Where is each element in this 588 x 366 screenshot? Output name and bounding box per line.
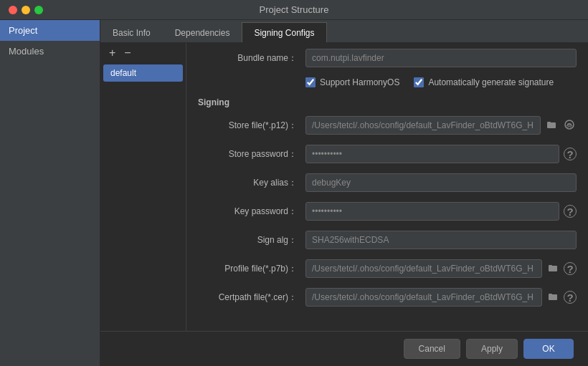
key-password-help-icon[interactable]: ? [564,205,577,218]
title-bar: Project Structure [0,0,588,20]
tab-dependencies[interactable]: Dependencies [163,22,242,42]
content-wrapper: + − default Bundle name： [100,43,588,366]
form-area: Bundle name： Support HarmonyOS Automatic… [186,43,588,331]
store-password-field-group: ? [305,145,577,163]
support-harmonyos-checkbox[interactable] [305,77,316,87]
tab-basic-info[interactable]: Basic Info [100,22,163,42]
bundle-name-row: Bundle name： [198,49,577,67]
key-alias-row: Key alias： [198,173,577,192]
sidebar: Project Modules [0,20,100,366]
auto-generate-checkbox[interactable] [414,77,424,87]
store-password-row: Store password： ? [198,145,577,163]
svg-rect-5 [549,294,557,300]
store-file-fingerprint-icon[interactable] [562,117,577,134]
profile-file-folder-icon[interactable] [546,261,559,276]
sign-alg-row: Sign alg： [198,231,577,249]
sidebar-item-modules[interactable]: Modules [0,41,100,62]
config-item-default[interactable]: default [103,64,183,82]
certpath-file-field-group: ? [305,288,577,307]
key-alias-label: Key alias： [198,177,305,189]
store-file-field-group [305,116,577,135]
bundle-name-input[interactable] [305,49,577,67]
config-toolbar: + − [100,43,186,63]
maximize-button[interactable] [34,6,43,14]
svg-rect-4 [549,265,552,266]
certpath-file-label: Certpath file(*.cer)： [198,292,305,304]
footer: Cancel Apply OK [100,331,588,366]
certpath-file-folder-icon[interactable] [546,290,559,305]
svg-rect-6 [549,294,552,295]
certpath-file-help-icon[interactable]: ? [564,291,577,304]
profile-file-help-icon[interactable]: ? [564,262,577,275]
store-password-help-icon[interactable]: ? [564,148,577,160]
ok-button[interactable]: OK [523,339,574,359]
store-file-input[interactable] [305,116,541,135]
bundle-name-label: Bundle name： [198,52,305,64]
key-password-input[interactable] [305,202,559,221]
support-harmonyos-label[interactable]: Support HarmonyOS [305,77,399,87]
add-config-button[interactable]: + [106,46,118,60]
certpath-file-row: Certpath file(*.cer)： ? [198,288,577,307]
svg-rect-3 [549,266,557,271]
certpath-file-input[interactable] [305,288,542,307]
store-password-label: Store password： [198,148,305,160]
cancel-button[interactable]: Cancel [404,339,460,359]
svg-rect-0 [547,122,556,128]
remove-config-button[interactable]: − [121,46,133,60]
config-body: + − default Bundle name： [100,43,588,331]
signing-section-header: Signing [198,97,577,107]
profile-file-label: Profile file(*.p7b)： [198,263,305,275]
tab-signing-configs[interactable]: Signing Configs [242,22,326,42]
key-password-label: Key password： [198,206,305,218]
auto-generate-label[interactable]: Automatically generate signature [414,77,554,87]
window-controls [9,6,43,14]
profile-file-field-group: ? [305,259,577,278]
apply-button[interactable]: Apply [466,339,518,359]
key-password-row: Key password： ? [198,202,577,221]
sidebar-item-project[interactable]: Project [0,20,100,41]
sign-alg-label: Sign alg： [198,234,305,246]
store-password-input[interactable] [305,145,559,163]
key-alias-input[interactable] [305,173,577,192]
svg-rect-1 [547,122,551,123]
config-list-panel: + − default [100,43,186,331]
main-layout: Project Modules Basic Info Dependencies … [0,20,588,366]
key-password-field-group: ? [305,202,577,221]
tabs-bar: Basic Info Dependencies Signing Configs [100,20,588,43]
profile-file-input[interactable] [305,259,542,278]
sign-alg-input[interactable] [305,231,577,249]
minimize-button[interactable] [22,6,30,14]
close-button[interactable] [9,6,17,14]
window-title: Project Structure [260,4,329,15]
profile-file-row: Profile file(*.p7b)： ? [198,259,577,278]
store-file-label: Store file(*.p12)： [198,120,305,132]
store-file-folder-icon[interactable] [545,118,558,133]
store-file-row: Store file(*.p12)： [198,116,577,135]
checkboxes-row: Support HarmonyOS Automatically generate… [198,77,577,87]
right-panel: Basic Info Dependencies Signing Configs … [100,20,588,366]
